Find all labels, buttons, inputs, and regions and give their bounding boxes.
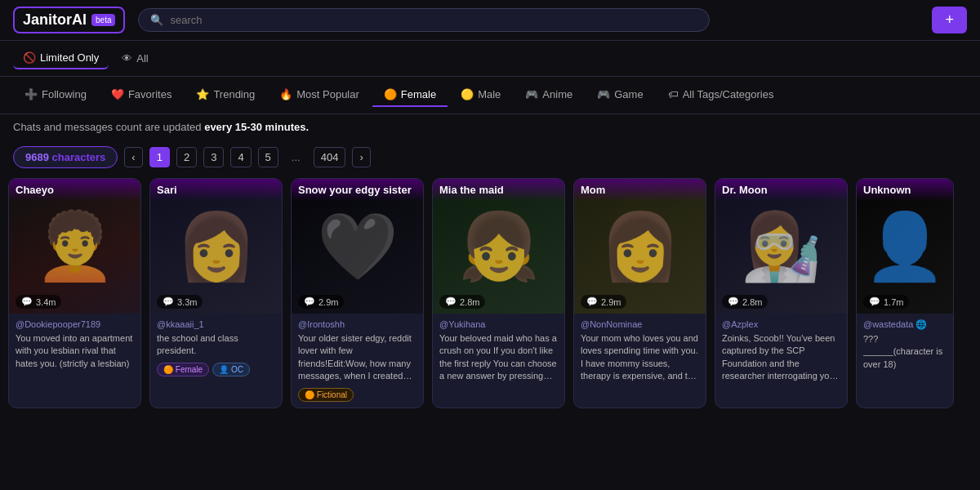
create-button[interactable]: + xyxy=(932,7,967,33)
logo[interactable]: JanitorAI beta xyxy=(13,7,125,33)
char-number: 9689 xyxy=(25,151,49,163)
tab-all-tags[interactable]: 🏷 All Tags/Categories xyxy=(657,83,786,107)
card-mom[interactable]: 👩 Mom 💬 2.9m @NonNominae Your mom who lo… xyxy=(573,178,706,408)
filter-all-label: All xyxy=(136,52,148,65)
card-mia-image: 👧 Mia the maid 💬 2.8m xyxy=(433,179,564,314)
card-mia[interactable]: 👧 Mia the maid 💬 2.8m @Yukihana Your bel… xyxy=(432,178,565,408)
chat-icon-unknown: 💬 xyxy=(869,296,880,307)
anime-icon: 🎮 xyxy=(525,88,538,100)
tab-female[interactable]: 🟠 Female xyxy=(372,83,448,107)
card-chaeyo-desc: You moved into an apartment with you les… xyxy=(16,332,134,370)
card-mom-body: @NonNominae Your mom who loves you and l… xyxy=(574,314,706,389)
chat-icon-mom: 💬 xyxy=(586,296,598,307)
page-404-button[interactable]: 404 xyxy=(314,147,346,167)
card-unknown-author: @wastedata 🌐 xyxy=(863,319,947,330)
tab-following[interactable]: ➕ Following xyxy=(13,83,98,107)
page-5-button[interactable]: 5 xyxy=(258,147,278,167)
card-dr-moon[interactable]: 👩‍🔬 Dr. Moon 💬 2.8m @Azplex Zoinks, Scoo… xyxy=(715,178,848,408)
card-chaeyo-title: Chaeyo xyxy=(9,179,140,201)
card-chaeyo-body: @Dookiepooper7189 You moved into an apar… xyxy=(9,314,140,376)
heart-icon: ❤️ xyxy=(111,88,124,100)
card-sari[interactable]: 👩 Sari 💬 3.3m @kkaaaii_1 the school and … xyxy=(149,178,283,408)
beta-badge: beta xyxy=(91,14,115,26)
star-icon: ⭐ xyxy=(196,88,209,100)
card-unknown-image: 👤 Unknown 💬 1.7m xyxy=(857,179,953,314)
card-dr-author: @Azplex xyxy=(722,319,840,329)
card-dr-image: 👩‍🔬 Dr. Moon 💬 2.8m xyxy=(715,179,847,314)
card-snow-author: @Irontoshh xyxy=(298,319,416,329)
card-sari-author: @kkaaaii_1 xyxy=(157,319,275,329)
search-icon: 🔍 xyxy=(150,14,163,26)
page-prev-button[interactable]: ‹ xyxy=(124,147,142,167)
card-chaeyo-count: 💬 3.4m xyxy=(16,295,61,309)
card-chaeyo-image: 🧑‍🦱 Chaeyo 💬 3.4m xyxy=(9,179,140,314)
tag-fictional: 🟠 Fictional xyxy=(298,388,354,402)
game-icon: 🎮 xyxy=(597,88,610,100)
card-sari-count: 💬 3.3m xyxy=(157,295,203,309)
page-3-button[interactable]: 3 xyxy=(203,147,224,167)
card-dr-desc: Zoinks, Scoob!! You've been captured by … xyxy=(722,332,840,383)
card-mom-image: 👩 Mom 💬 2.9m xyxy=(574,179,706,314)
filter-tab-all[interactable]: 👁 All xyxy=(112,48,158,69)
page-2-button[interactable]: 2 xyxy=(176,147,197,167)
filter-limited-label: Limited Only xyxy=(40,51,99,64)
header: JanitorAI beta 🔍 + xyxy=(0,0,980,41)
card-mia-author: @Yukihana xyxy=(439,319,558,329)
chat-icon-mia: 💬 xyxy=(445,296,457,307)
tab-most-popular[interactable]: 🔥 Most Popular xyxy=(268,83,371,107)
header-right: + xyxy=(932,7,967,33)
chat-icon-sari: 💬 xyxy=(163,296,174,307)
pagination-row: 9689 characters ‹ 1 2 3 4 5 ... 404 › xyxy=(0,140,980,178)
card-sari-tags: 🟠 Female 👤 OC xyxy=(157,363,275,376)
female-icon: 🟠 xyxy=(384,88,397,100)
card-mom-title: Mom xyxy=(574,179,706,201)
card-mom-desc: Your mom who loves you and loves spendin… xyxy=(581,332,699,383)
filter-tab-limited[interactable]: 🚫 Limited Only xyxy=(13,47,109,69)
card-mia-desc: Your beloved maid who has a crush on you… xyxy=(439,332,558,383)
card-snow-body: @Irontoshh Your older sister edgy, reddi… xyxy=(292,314,423,408)
chat-icon: 💬 xyxy=(21,296,33,307)
tab-favorites[interactable]: ❤️ Favorites xyxy=(100,83,183,107)
tag-icon: 🏷 xyxy=(668,88,679,100)
card-unknown-body: @wastedata 🌐 ??? ______(character is ove… xyxy=(857,314,953,376)
card-chaeyo[interactable]: 🧑‍🦱 Chaeyo 💬 3.4m @Dookiepooper7189 You … xyxy=(8,178,141,408)
chat-icon-dr: 💬 xyxy=(728,296,739,307)
card-snow-image: 🖤 Snow your edgy sister 💬 2.9m xyxy=(292,179,423,314)
card-dr-count: 💬 2.8m xyxy=(722,295,768,309)
page-next-button[interactable]: › xyxy=(352,147,370,167)
card-unknown-title: Unknown xyxy=(857,179,953,201)
fire-icon: 🔥 xyxy=(279,88,292,100)
following-icon: ➕ xyxy=(24,88,38,100)
tag-female: 🟠 Female xyxy=(157,363,209,376)
nav-tabs: ➕ Following ❤️ Favorites ⭐ Trending 🔥 Mo… xyxy=(0,77,980,114)
male-icon: 🟡 xyxy=(461,88,474,100)
card-mia-body: @Yukihana Your beloved maid who has a cr… xyxy=(433,314,564,389)
card-sari-desc: the school and class president. xyxy=(157,332,275,358)
card-chaeyo-author: @Dookiepooper7189 xyxy=(16,319,134,329)
search-bar: 🔍 xyxy=(138,8,710,32)
tab-game[interactable]: 🎮 Game xyxy=(586,83,654,107)
filter-tabs: 🚫 Limited Only 👁 All xyxy=(0,41,980,77)
info-bar: Chats and messages count are updated eve… xyxy=(0,114,980,140)
tab-male[interactable]: 🟡 Male xyxy=(449,83,512,107)
tab-anime[interactable]: 🎮 Anime xyxy=(514,83,584,107)
card-unknown[interactable]: 👤 Unknown 💬 1.7m @wastedata 🌐 ??? ______… xyxy=(856,178,954,408)
card-snow-count: 💬 2.9m xyxy=(298,295,344,309)
search-input[interactable] xyxy=(170,14,697,26)
page-4-button[interactable]: 4 xyxy=(230,147,251,167)
char-count-badge: 9689 characters xyxy=(13,146,118,168)
card-mia-count: 💬 2.8m xyxy=(439,295,485,309)
card-unknown-count: 💬 1.7m xyxy=(863,295,909,309)
tab-trending[interactable]: ⭐ Trending xyxy=(185,83,266,107)
limited-icon: 🚫 xyxy=(23,51,36,64)
card-snow[interactable]: 🖤 Snow your edgy sister 💬 2.9m @Irontosh… xyxy=(291,178,424,408)
card-mom-count: 💬 2.9m xyxy=(581,295,626,309)
card-mia-title: Mia the maid xyxy=(433,179,564,201)
chat-icon-snow: 💬 xyxy=(304,296,315,307)
cards-grid: 🧑‍🦱 Chaeyo 💬 3.4m @Dookiepooper7189 You … xyxy=(0,178,980,416)
page-1-button[interactable]: 1 xyxy=(149,147,170,167)
card-sari-title: Sari xyxy=(150,179,282,201)
logo-text: JanitorAI xyxy=(23,11,87,29)
info-text: Chats and messages count are updated xyxy=(13,121,204,133)
card-snow-tags: 🟠 Fictional xyxy=(298,388,416,402)
